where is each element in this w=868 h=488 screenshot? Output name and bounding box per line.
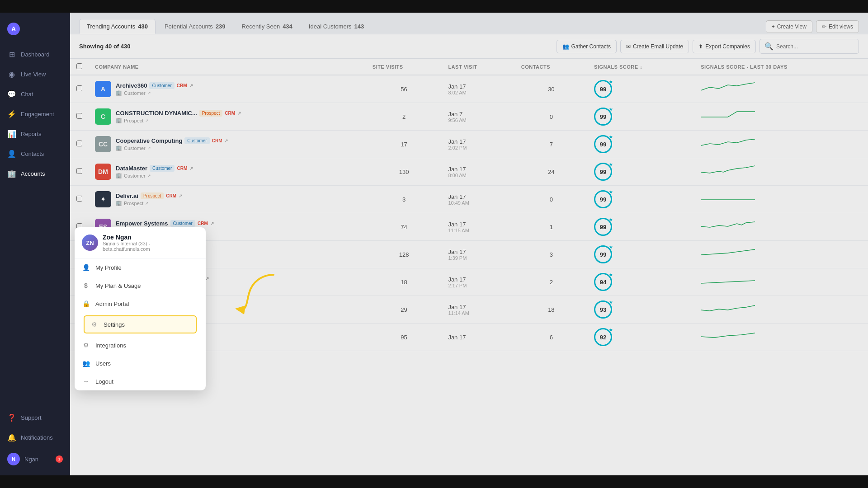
dropdown-settings[interactable]: ⚙ Settings: [84, 315, 197, 333]
dropdown-users[interactable]: 👥 Users: [75, 354, 206, 372]
dropdown-user-info: Zoe Ngan Signals Internal (33) - beta.ch…: [103, 234, 198, 252]
user-avatar: N: [7, 453, 20, 465]
dropdown-logout[interactable]: → Logout: [75, 372, 206, 390]
my-plan-label: My Plan & Usage: [95, 282, 141, 289]
chat-icon: 💬: [7, 89, 16, 99]
sidebar-item-reports[interactable]: 📊 Reports: [0, 124, 70, 144]
sidebar: A ⊞ Dashboard ◉ Live View 💬 Chat ⚡ Engag…: [0, 13, 70, 475]
notifications-icon: 🔔: [7, 433, 16, 442]
user-badge: 1: [56, 455, 63, 463]
sidebar-item-label: Notifications: [21, 434, 53, 441]
settings-item-wrapper: ⚙ Settings: [75, 313, 206, 336]
sidebar-item-live-view[interactable]: ◉ Live View: [0, 64, 70, 84]
sidebar-item-label: Engagement: [21, 111, 54, 117]
sidebar-item-label: Live View: [21, 71, 46, 78]
users-label: Users: [95, 360, 111, 367]
users-icon: 👥: [82, 359, 90, 367]
dropdown-user-sub: Signals Internal (33) - beta.chatfunnels…: [103, 241, 198, 252]
sidebar-item-label: Accounts: [21, 170, 45, 177]
main-content: Trending Accounts 430 Potential Accounts…: [70, 13, 868, 475]
sidebar-logo: A: [0, 17, 70, 41]
my-profile-label: My Profile: [95, 264, 122, 271]
dropdown-header: ZN Zoe Ngan Signals Internal (33) - beta…: [75, 227, 206, 258]
sidebar-item-label: Chat: [21, 91, 33, 98]
admin-portal-label: Admin Portal: [95, 300, 129, 307]
sidebar-item-label: Reports: [21, 131, 42, 137]
dropdown-avatar: ZN: [82, 235, 98, 251]
top-bar: [0, 0, 868, 13]
sidebar-item-user[interactable]: N Ngan 1: [0, 447, 70, 471]
dashboard-icon: ⊞: [7, 50, 16, 59]
sidebar-item-accounts[interactable]: 🏢 Accounts: [0, 164, 70, 183]
dropdown-admin-portal[interactable]: 🔒 Admin Portal: [75, 295, 206, 313]
my-plan-icon: $: [82, 282, 90, 290]
accounts-icon: 🏢: [7, 169, 16, 178]
settings-label: Settings: [104, 321, 125, 328]
app-logo-icon: A: [7, 23, 20, 35]
integrations-label: Integrations: [95, 342, 126, 349]
dropdown-my-plan[interactable]: $ My Plan & Usage: [75, 277, 206, 295]
user-dropdown-menu: ZN Zoe Ngan Signals Internal (33) - beta…: [75, 227, 206, 390]
sidebar-item-label: Contacts: [21, 150, 44, 157]
sidebar-item-support[interactable]: ❓ Support: [0, 408, 70, 427]
sidebar-item-chat[interactable]: 💬 Chat: [0, 84, 70, 104]
sidebar-item-label: Dashboard: [21, 51, 50, 58]
support-icon: ❓: [7, 413, 16, 422]
admin-portal-icon: 🔒: [82, 300, 90, 308]
sidebar-item-label: Support: [21, 414, 42, 421]
sidebar-item-dashboard[interactable]: ⊞ Dashboard: [0, 44, 70, 64]
dropdown-integrations[interactable]: ⚙ Integrations: [75, 336, 206, 354]
sidebar-item-engagement[interactable]: ⚡ Engagement: [0, 104, 70, 124]
settings-icon: ⚙: [90, 320, 98, 328]
sidebar-item-notifications[interactable]: 🔔 Notifications: [0, 427, 70, 447]
user-name-label: Ngan: [24, 456, 38, 463]
logout-label: Logout: [95, 378, 113, 385]
engagement-icon: ⚡: [7, 109, 16, 118]
sidebar-item-contacts[interactable]: 👤 Contacts: [0, 144, 70, 164]
integrations-icon: ⚙: [82, 341, 90, 349]
dropdown-my-profile[interactable]: 👤 My Profile: [75, 258, 206, 277]
logout-icon: →: [82, 377, 90, 385]
live-view-icon: ◉: [7, 70, 16, 79]
contacts-icon: 👤: [7, 149, 16, 158]
reports-icon: 📊: [7, 129, 16, 138]
bottom-bar: [0, 475, 868, 488]
dropdown-avatar-initials: ZN: [82, 235, 98, 251]
my-profile-icon: 👤: [82, 263, 90, 272]
dropdown-user-name: Zoe Ngan: [103, 234, 198, 241]
